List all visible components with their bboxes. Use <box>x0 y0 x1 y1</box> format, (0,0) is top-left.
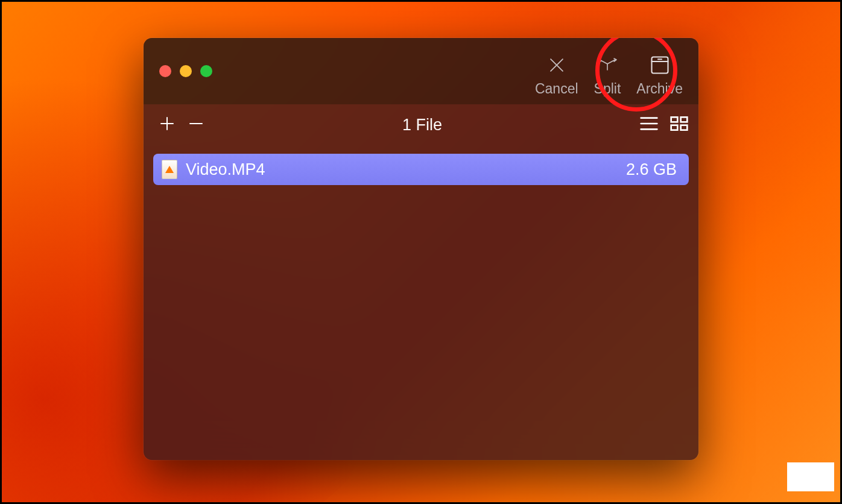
list-item[interactable]: Video.MP4 2.6 GB <box>153 154 689 185</box>
split-icon <box>595 54 620 76</box>
split-button[interactable]: Split <box>594 54 621 97</box>
add-file-button[interactable] <box>158 115 176 135</box>
window-titlebar: Cancel Split <box>144 38 698 104</box>
toolbar-actions: Cancel Split <box>535 38 683 104</box>
split-label: Split <box>594 81 621 97</box>
svg-rect-2 <box>681 117 688 122</box>
watermark <box>787 462 834 491</box>
close-window-button[interactable] <box>159 65 171 77</box>
sub-toolbar: 1 File <box>144 104 698 145</box>
cancel-button[interactable]: Cancel <box>535 54 578 97</box>
remove-file-button[interactable] <box>187 115 205 135</box>
view-mode-toggles <box>639 115 689 134</box>
archive-box-icon <box>649 54 671 76</box>
file-list: Video.MP4 2.6 GB <box>144 145 698 460</box>
archive-button[interactable]: Archive <box>636 54 683 97</box>
svg-rect-3 <box>671 125 678 130</box>
archive-app-window: Cancel Split <box>144 38 698 460</box>
list-view-button[interactable] <box>639 115 659 134</box>
grid-view-button[interactable] <box>669 115 689 134</box>
file-count-label: 1 File <box>205 116 639 134</box>
x-icon <box>546 54 567 76</box>
fullscreen-window-button[interactable] <box>200 65 212 77</box>
video-file-icon <box>162 160 177 179</box>
svg-rect-4 <box>681 125 688 130</box>
minimize-window-button[interactable] <box>180 65 192 77</box>
file-name: Video.MP4 <box>186 160 618 179</box>
window-controls <box>159 65 212 77</box>
file-size: 2.6 GB <box>626 160 677 179</box>
cancel-label: Cancel <box>535 81 578 97</box>
svg-rect-1 <box>671 117 678 122</box>
desktop-background: Cancel Split <box>2 2 840 502</box>
archive-label: Archive <box>636 81 683 97</box>
